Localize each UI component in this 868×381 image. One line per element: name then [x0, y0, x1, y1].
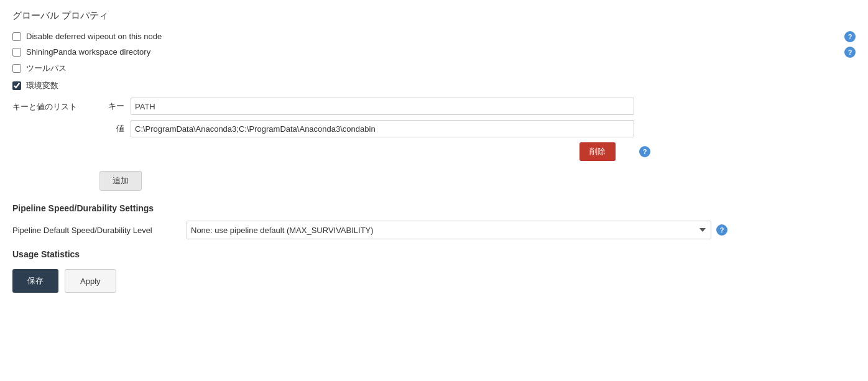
disable-wipeout-help-icon[interactable]: ? — [844, 31, 856, 42]
disable-wipeout-label: Disable deferred wipeout on this node — [26, 32, 162, 41]
delete-button[interactable]: 削除 — [579, 142, 616, 161]
pipeline-select-wrap: None: use pipeline default (MAX_SURVIVAB… — [187, 221, 727, 239]
value-input[interactable] — [131, 120, 634, 137]
key-field-row: キー — [99, 98, 634, 115]
env-section-label: キーと値のリスト — [12, 98, 99, 165]
pipeline-select[interactable]: None: use pipeline default (MAX_SURVIVAB… — [187, 221, 711, 239]
tool-path-checkbox[interactable] — [12, 64, 21, 73]
env-section: キーと値のリスト キー 値 削除 ? — [12, 98, 856, 165]
pipeline-setting-row: Pipeline Default Speed/Durability Level … — [12, 221, 856, 239]
pipeline-section-heading: Pipeline Speed/Durability Settings — [12, 203, 856, 213]
delete-row: 削除 ? — [99, 142, 634, 161]
key-input[interactable] — [131, 98, 634, 115]
pipeline-setting-label: Pipeline Default Speed/Durability Level — [12, 226, 187, 235]
add-row: 追加 — [99, 171, 856, 191]
disable-wipeout-checkbox[interactable] — [12, 32, 21, 41]
key-label: キー — [99, 101, 124, 112]
action-row: 保存 Apply — [12, 269, 856, 293]
checkbox-row-env-vars: 環境変数 — [12, 80, 856, 91]
value-field-row: 値 — [99, 120, 634, 137]
usage-section-heading: Usage Statistics — [12, 249, 856, 259]
env-vars-label: 環境変数 — [26, 80, 58, 91]
tool-path-label: ツールパス — [26, 63, 67, 74]
shining-panda-checkbox[interactable] — [12, 48, 21, 57]
page-title: グローバル プロパティ — [12, 10, 856, 22]
pipeline-help-icon[interactable]: ? — [716, 224, 727, 236]
value-label: 値 — [99, 123, 124, 134]
checkbox-row-disable-wipeout: Disable deferred wipeout on this node ? — [12, 32, 856, 41]
shining-panda-help-icon[interactable]: ? — [844, 47, 856, 58]
delete-help-icon[interactable]: ? — [639, 146, 650, 157]
save-button[interactable]: 保存 — [12, 269, 58, 293]
shining-panda-label: ShiningPanda workspace directory — [26, 47, 150, 57]
checkbox-row-shining-panda: ShiningPanda workspace directory ? — [12, 47, 856, 57]
env-fields: キー 値 削除 ? — [99, 98, 634, 165]
checkbox-row-tool-path: ツールパス — [12, 63, 856, 74]
env-vars-checkbox[interactable] — [12, 81, 21, 90]
add-button[interactable]: 追加 — [99, 171, 142, 191]
apply-button[interactable]: Apply — [65, 269, 116, 293]
